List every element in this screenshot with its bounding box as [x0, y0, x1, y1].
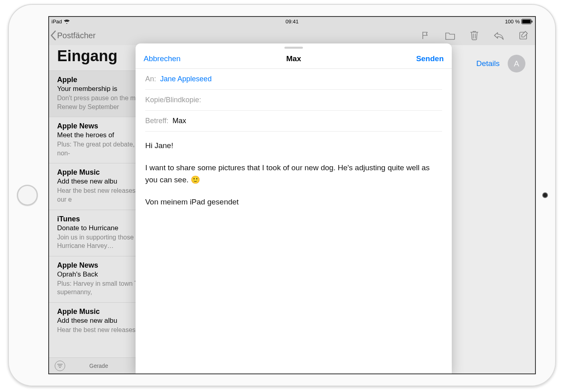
subject-value: Max: [173, 117, 186, 125]
send-button[interactable]: Senden: [416, 54, 444, 63]
cc-bcc-label: Kopie/Blindkopie:: [145, 96, 201, 104]
compose-sheet: Abbrechen Max Senden An: Jane Appleseed …: [136, 43, 452, 373]
screen: iPad 09:41 100 % Postfächer: [48, 16, 536, 374]
compose-title: Max: [286, 54, 301, 63]
recipient-chip[interactable]: Jane Appleseed: [160, 75, 212, 83]
body-line: Hi Jane!: [145, 140, 442, 151]
compose-header: Abbrechen Max Senden: [136, 49, 452, 69]
subject-label: Betreff:: [145, 117, 169, 125]
cancel-button[interactable]: Abbrechen: [144, 54, 181, 63]
cc-bcc-field[interactable]: Kopie/Blindkopie:: [145, 90, 442, 111]
home-button[interactable]: [17, 185, 38, 206]
subject-field[interactable]: Betreff: Max: [145, 111, 442, 132]
ipad-frame: iPad 09:41 100 % Postfächer: [8, 4, 556, 386]
to-label: An:: [145, 75, 156, 83]
to-field[interactable]: An: Jane Appleseed: [145, 69, 442, 90]
body-line: I want to share some pictures that I too…: [145, 162, 442, 186]
compose-body[interactable]: Hi Jane! I want to share some pictures t…: [136, 132, 452, 227]
signature: Von meinem iPad gesendet: [145, 196, 442, 208]
front-camera: [542, 192, 548, 198]
